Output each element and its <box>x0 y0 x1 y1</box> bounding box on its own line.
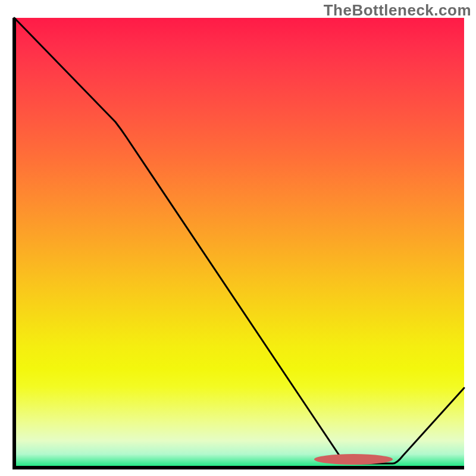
attribution-watermark: TheBottleneck.com <box>324 1 471 20</box>
chart-overlay <box>14 18 464 468</box>
chart-frame: TheBottleneck.com <box>0 0 476 476</box>
axes <box>14 18 464 468</box>
optimal-range-marker <box>314 454 393 465</box>
plot-area <box>14 18 464 468</box>
bottleneck-curve <box>14 18 464 464</box>
